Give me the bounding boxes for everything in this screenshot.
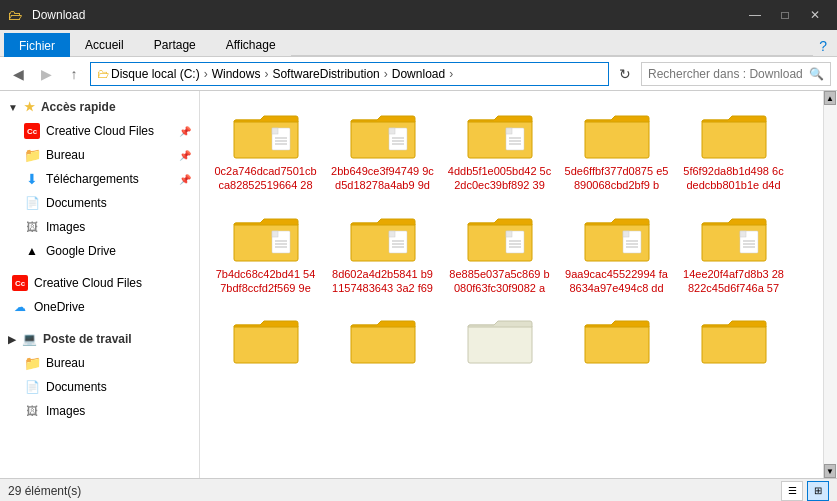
title-bar: 🗁 Download — □ ✕ — [0, 0, 837, 30]
sep-1: › — [204, 67, 208, 81]
cc-files-label-1: Creative Cloud Files — [46, 124, 154, 138]
view-list-button[interactable]: ☰ — [781, 481, 803, 501]
view-controls: ☰ ⊞ — [781, 481, 829, 501]
images-icon-1: 🖼 — [24, 219, 40, 235]
svg-rect-46 — [740, 231, 746, 237]
tab-accueil[interactable]: Accueil — [70, 32, 139, 56]
title-bar-text: Download — [32, 8, 735, 22]
folder-item-f10[interactable]: 14ee20f4af7d8b3 28822c45d6f746a 57 — [676, 202, 791, 303]
bureau-folder-icon-1: 📁 — [24, 147, 40, 163]
search-box[interactable]: 🔍 — [641, 62, 831, 86]
folder-icon-f11 — [232, 311, 300, 367]
maximize-button[interactable]: □ — [771, 1, 799, 29]
svg-rect-50 — [234, 325, 298, 363]
file-area: 0c2a746dcad7501cbca82852519664 28 2bb649… — [200, 91, 823, 478]
ribbon-help-icon[interactable]: ? — [813, 36, 833, 56]
bureau-label-1: Bureau — [46, 148, 85, 162]
folder-item-f12[interactable] — [325, 304, 440, 376]
back-button[interactable]: ◀ — [6, 62, 30, 86]
title-bar-icons: 🗁 — [8, 7, 22, 23]
folder-icon-f9 — [583, 209, 651, 265]
documents-icon-2: 📄 — [24, 379, 40, 395]
cc-icon-1: Cc — [24, 123, 40, 139]
search-input[interactable] — [648, 67, 805, 81]
folder-label-f4: 5de6ffbf377d0875 e5890068cbd2bf9 b — [564, 164, 669, 193]
scroll-up-button[interactable]: ▲ — [824, 91, 836, 105]
quick-access-arrow: ▼ — [8, 102, 18, 113]
folder-item-f13[interactable] — [442, 304, 557, 376]
documents-icon-1: 📄 — [24, 195, 40, 211]
status-bar: 29 élément(s) ☰ ⊞ — [0, 478, 837, 501]
poste-icon: 💻 — [22, 332, 37, 346]
sidebar-item-documents-2[interactable]: 📄 Documents — [0, 375, 199, 399]
title-bar-controls: — □ ✕ — [741, 1, 829, 29]
tab-fichier[interactable]: Fichier — [4, 33, 70, 57]
scrollbar[interactable]: ▲ ▼ — [823, 91, 837, 478]
cc-icon-2: Cc — [12, 275, 28, 291]
tab-partage[interactable]: Partage — [139, 32, 211, 56]
sidebar-item-cc-files-2[interactable]: Cc Creative Cloud Files — [0, 271, 199, 295]
refresh-button[interactable]: ↻ — [613, 62, 637, 86]
poste-label[interactable]: Poste de travail — [43, 332, 132, 346]
folder-item-f4[interactable]: 5de6ffbf377d0875 e5890068cbd2bf9 b — [559, 99, 674, 200]
folder-item-f1[interactable]: 0c2a746dcad7501cbca82852519664 28 — [208, 99, 323, 200]
sidebar-item-google-drive[interactable]: ▲ Google Drive — [0, 239, 199, 263]
bureau-folder-icon-2: 📁 — [24, 355, 40, 371]
folder-label-f10: 14ee20f4af7d8b3 28822c45d6f746a 57 — [681, 267, 786, 296]
main-content: ▼ ★ Accès rapide Cc Creative Cloud Files… — [0, 91, 837, 478]
path-part-1[interactable]: Disque local (C:) — [111, 67, 200, 81]
search-icon: 🔍 — [809, 67, 824, 81]
sep-2: › — [264, 67, 268, 81]
path-part-3[interactable]: SoftwareDistribution — [272, 67, 379, 81]
address-path[interactable]: 🗁 Disque local (C:) › Windows › Software… — [90, 62, 609, 86]
sidebar-item-images-2[interactable]: 🖼 Images — [0, 399, 199, 423]
sidebar-item-telechargements[interactable]: ⬇ Téléchargements 📌 — [0, 167, 199, 191]
documents-label-2: Documents — [46, 380, 107, 394]
sidebar-item-documents-1[interactable]: 📄 Documents — [0, 191, 199, 215]
sidebar-item-images-1[interactable]: 🖼 Images — [0, 215, 199, 239]
folder-icon-f4 — [583, 106, 651, 162]
folder-item-f3[interactable]: 4ddb5f1e005bd42 5c2dc0ec39bf892 39 — [442, 99, 557, 200]
folder-item-f7[interactable]: 8d602a4d2b5841 b91157483643 3a2 f69 — [325, 202, 440, 303]
view-grid-button[interactable]: ⊞ — [807, 481, 829, 501]
up-button[interactable]: ↑ — [62, 62, 86, 86]
folder-item-f5[interactable]: 5f6f92da8b1d498 6cdedcbb801b1e d4d — [676, 99, 791, 200]
sidebar-item-bureau-1[interactable]: 📁 Bureau 📌 — [0, 143, 199, 167]
poste-arrow: ▶ — [8, 334, 16, 345]
quick-access-label[interactable]: Accès rapide — [41, 100, 116, 114]
svg-rect-2 — [272, 128, 278, 134]
folder-label-f6: 7b4dc68c42bd41 547bdf8ccfd2f569 9e — [213, 267, 318, 296]
folder-label-f3: 4ddb5f1e005bd42 5c2dc0ec39bf892 39 — [447, 164, 552, 193]
folder-item-f6[interactable]: 7b4dc68c42bd41 547bdf8ccfd2f569 9e — [208, 202, 323, 303]
folder-item-f8[interactable]: 8e885e037a5c869 b080f63fc30f9082 a — [442, 202, 557, 303]
forward-button[interactable]: ▶ — [34, 62, 58, 86]
onedrive-icon: ☁ — [12, 299, 28, 315]
folder-item-f14[interactable] — [559, 304, 674, 376]
scroll-down-button[interactable]: ▼ — [824, 464, 836, 478]
images-icon-2: 🖼 — [24, 403, 40, 419]
address-bar: ◀ ▶ ↑ 🗁 Disque local (C:) › Windows › So… — [0, 57, 837, 91]
folder-item-f15[interactable] — [676, 304, 791, 376]
minimize-button[interactable]: — — [741, 1, 769, 29]
path-part-2[interactable]: Windows — [212, 67, 261, 81]
svg-rect-28 — [389, 231, 395, 237]
path-part-4[interactable]: Download — [392, 67, 445, 81]
sidebar-poste-travail: ▶ 💻 Poste de travail — [0, 327, 199, 351]
images-label-2: Images — [46, 404, 85, 418]
folder-icon-f10 — [700, 209, 768, 265]
bureau-label-2: Bureau — [46, 356, 85, 370]
tab-affichage[interactable]: Affichage — [211, 32, 291, 56]
folder-item-f9[interactable]: 9aa9cac45522994 fa8634a97e494c8 dd — [559, 202, 674, 303]
folder-label-f2: 2bb649ce3f94749 9cd5d18278a4ab9 9d — [330, 164, 435, 193]
sidebar-item-cc-files-1[interactable]: Cc Creative Cloud Files 📌 — [0, 119, 199, 143]
close-button[interactable]: ✕ — [801, 1, 829, 29]
folder-item-f2[interactable]: 2bb649ce3f94749 9cd5d18278a4ab9 9d — [325, 99, 440, 200]
ribbon: Fichier Accueil Partage Affichage ? — [0, 30, 837, 57]
folder-icon-f12 — [349, 311, 417, 367]
sidebar-item-bureau-2[interactable]: 📁 Bureau — [0, 351, 199, 375]
folder-item-f11[interactable] — [208, 304, 323, 376]
sidebar-item-onedrive[interactable]: ☁ OneDrive — [0, 295, 199, 319]
folder-label-f9: 9aa9cac45522994 fa8634a97e494c8 dd — [564, 267, 669, 296]
folder-icon-f13 — [466, 311, 534, 367]
folder-icon-f2 — [349, 106, 417, 162]
